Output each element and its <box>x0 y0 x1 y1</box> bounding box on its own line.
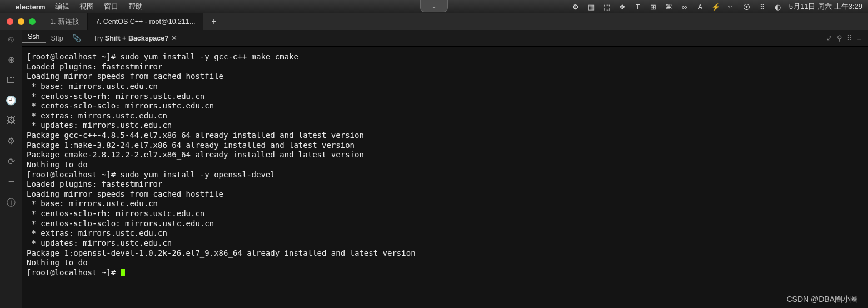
notch-dropdown[interactable]: ⌄ <box>420 0 448 12</box>
fullscreen-icon[interactable]: ⤢ <box>826 34 832 42</box>
terminal-pane[interactable]: [root@localhost ~]# sudo yum install -y … <box>22 47 868 308</box>
menu-help[interactable]: 帮助 <box>128 2 143 12</box>
hint-close-icon[interactable]: ✕ <box>171 34 177 42</box>
hint-prefix: Try <box>93 34 105 42</box>
macos-menubar: electerm 编辑 视图 窗口 帮助 ⌄ ⚙ ▦ ⬚ ❖ T ⊞ ⌘ ∞ A… <box>0 0 868 13</box>
rail-sync-icon[interactable]: ⟳ <box>4 156 18 167</box>
window-titlebar: 1. 新连接 7. CentOS C++ - root@10.211... + <box>0 13 868 30</box>
rail-image-icon[interactable]: 🖼 <box>4 116 18 126</box>
rail-logo-icon[interactable]: ⎋ <box>4 34 18 44</box>
traffic-lights <box>0 18 42 25</box>
session-tabs: 1. 新连接 7. CentOS C++ - root@10.211... + <box>42 13 225 30</box>
siri-icon[interactable]: ◐ <box>774 3 782 11</box>
menu-view[interactable]: 视图 <box>79 2 94 12</box>
shortcut-hint: Try Shift + Backspace?✕ <box>84 34 177 42</box>
spotlight-icon[interactable]: ⦿ <box>742 3 751 11</box>
zoom-window-button[interactable] <box>29 18 36 25</box>
app-name[interactable]: electerm <box>16 3 45 11</box>
close-window-button[interactable] <box>7 18 13 25</box>
tab-centos-cpp[interactable]: 7. CentOS C++ - root@10.211... <box>88 13 203 30</box>
terminal-cursor <box>121 269 125 276</box>
tray-icon[interactable]: ▦ <box>587 3 596 11</box>
rail-info-icon[interactable]: ⓘ <box>4 197 18 209</box>
wifi-icon[interactable]: ᯤ <box>727 3 736 11</box>
tab-new-connection[interactable]: 1. 新连接 <box>42 13 88 30</box>
rail-bookmarks-icon[interactable]: 🕮 <box>4 75 18 85</box>
session-subbar: Ssh Sftp 📎 Try Shift + Backspace?✕ ⤢ ⚲ ⠿… <box>0 30 868 47</box>
tray-icon[interactable]: T <box>633 3 642 11</box>
menubar-clock[interactable]: 5月11日 周六 上午3:29 <box>789 2 862 12</box>
tray-icon[interactable]: ⊞ <box>649 3 658 11</box>
tray-icon[interactable]: ❖ <box>618 3 627 11</box>
battery-icon[interactable]: ⚡ <box>711 3 720 11</box>
minimize-window-button[interactable] <box>18 18 24 25</box>
search-icon[interactable]: ⚲ <box>837 34 842 42</box>
control-center-icon[interactable]: ⠿ <box>758 3 767 11</box>
rail-settings-icon[interactable]: ⚙ <box>4 136 18 146</box>
tray-icon[interactable]: ⚙ <box>571 3 580 11</box>
csdn-watermark: CSDN @DBA圈小圈 <box>786 295 858 305</box>
menubar-right: ⚙ ▦ ⬚ ❖ T ⊞ ⌘ ∞ A ⚡ ᯤ ⦿ ⠿ ◐ 5月11日 周六 上午3… <box>571 2 862 12</box>
menu-icon[interactable]: ≡ <box>857 34 861 42</box>
tray-icon[interactable]: ∞ <box>680 3 689 11</box>
attachment-icon[interactable]: 📎 <box>69 34 84 42</box>
subtab-ssh[interactable]: Ssh <box>22 33 46 43</box>
tray-icon[interactable]: A <box>696 3 705 11</box>
rail-history-icon[interactable]: 🕘 <box>4 95 18 106</box>
add-tab-button[interactable]: + <box>203 13 224 30</box>
hint-key: Shift + Backspace? <box>105 34 169 42</box>
grid-icon[interactable]: ⠿ <box>847 34 852 42</box>
rail-list-icon[interactable]: ≣ <box>4 177 18 187</box>
tray-icon[interactable]: ⬚ <box>602 3 611 11</box>
menu-window[interactable]: 窗口 <box>104 2 118 12</box>
tray-icon[interactable]: ⌘ <box>665 3 674 11</box>
rail-add-icon[interactable]: ⊕ <box>4 54 18 65</box>
subbar-right-icons: ⤢ ⚲ ⠿ ≡ <box>826 34 868 42</box>
subtab-sftp[interactable]: Sftp <box>46 34 69 42</box>
left-rail: ⎋ ⊕ 🕮 🕘 🖼 ⚙ ⟳ ≣ ⓘ <box>0 30 22 308</box>
menu-edit[interactable]: 编辑 <box>55 2 69 12</box>
